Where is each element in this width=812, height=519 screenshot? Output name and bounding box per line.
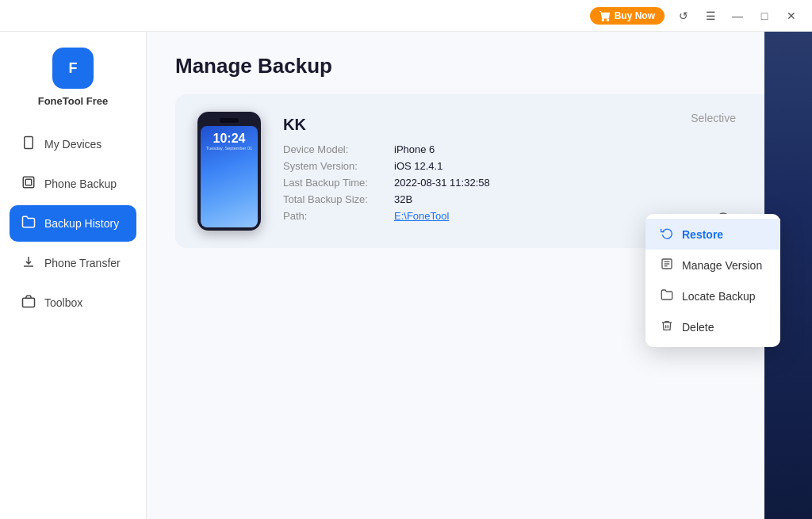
label-system-version: System Version:: [283, 160, 394, 172]
sidebar-item-my-devices[interactable]: My Devices: [10, 126, 136, 162]
restore-icon: [660, 227, 674, 242]
toolbox-icon: [21, 294, 36, 311]
sidebar: F FoneTool Free My Devices Phon: [0, 0, 147, 519]
svg-rect-2: [25, 137, 33, 149]
selective-button[interactable]: Selective: [691, 112, 736, 124]
value-path[interactable]: E:\FoneTool: [394, 210, 449, 222]
label-path: Path:: [283, 210, 394, 222]
svg-rect-6: [23, 298, 35, 307]
dropdown-item-restore[interactable]: Restore: [645, 219, 780, 250]
titlebar: Buy Now ↺ ☰ — □ ✕: [0, 0, 812, 32]
label-device-model: Device Model:: [283, 143, 394, 155]
phone-time: 10:24: [213, 131, 246, 146]
svg-rect-4: [23, 177, 34, 188]
close-button[interactable]: ✕: [780, 5, 802, 27]
dropdown-menu: Restore Manage Version Locate Backup: [645, 214, 780, 347]
app-name: FoneTool Free: [38, 95, 109, 107]
device-info: KK Device Model: iPhone 6 System Version…: [283, 116, 761, 227]
main-header: Manage Backup: [147, 32, 812, 94]
phone-backup-icon: [21, 175, 36, 193]
delete-icon: [660, 319, 674, 334]
locate-backup-icon: [660, 288, 674, 303]
buy-now-button[interactable]: Buy Now: [590, 7, 665, 25]
label-last-backup: Last Backup Time:: [283, 177, 394, 189]
history-button[interactable]: ↺: [672, 5, 695, 27]
window-controls: ↺ ☰ — □ ✕: [672, 5, 802, 27]
info-row-model: Device Model: iPhone 6: [283, 143, 761, 155]
value-system-version: iOS 12.4.1: [394, 160, 442, 172]
device-name: KK: [283, 116, 761, 134]
value-backup-size: 32B: [394, 193, 412, 205]
info-row-system: System Version: iOS 12.4.1: [283, 160, 761, 172]
phone-mockup: 10:24 Tuesday, September 01: [197, 112, 261, 231]
my-devices-icon: [21, 135, 36, 153]
sidebar-item-phone-backup[interactable]: Phone Backup: [10, 166, 136, 202]
sidebar-item-toolbox[interactable]: Toolbox: [10, 284, 136, 321]
nav-items: My Devices Phone Backup Backup History: [0, 126, 146, 321]
app-logo: F: [52, 48, 94, 89]
value-device-model: iPhone 6: [394, 143, 435, 155]
phone-transfer-icon: [21, 254, 36, 272]
dropdown-item-delete[interactable]: Delete: [645, 311, 780, 342]
manage-version-icon: [660, 258, 674, 273]
backup-history-icon: [21, 215, 36, 232]
phone-date: Tuesday, September 01: [206, 146, 252, 151]
sidebar-item-phone-transfer[interactable]: Phone Transfer: [10, 245, 136, 281]
sidebar-item-backup-history[interactable]: Backup History: [10, 205, 136, 242]
minimize-button[interactable]: —: [726, 5, 749, 27]
dropdown-item-manage-version[interactable]: Manage Version: [645, 250, 780, 280]
value-last-backup: 2022-08-31 11:32:58: [394, 177, 490, 189]
dropdown-item-locate-backup[interactable]: Locate Backup: [645, 280, 780, 311]
phone-notch: [220, 118, 239, 123]
maximize-button[interactable]: □: [753, 5, 776, 27]
info-row-backup-time: Last Backup Time: 2022-08-31 11:32:58: [283, 177, 761, 189]
menu-button[interactable]: ☰: [699, 5, 722, 27]
label-backup-size: Total Backup Size:: [283, 193, 394, 205]
info-row-backup-size: Total Backup Size: 32B: [283, 193, 761, 205]
logo-area: F FoneTool Free: [38, 32, 109, 126]
phone-screen: 10:24 Tuesday, September 01: [201, 126, 258, 227]
svg-rect-5: [25, 179, 32, 185]
page-title: Manage Backup: [175, 54, 783, 78]
cart-icon: [599, 10, 611, 21]
svg-text:F: F: [68, 60, 77, 76]
logo-icon: F: [60, 55, 86, 81]
